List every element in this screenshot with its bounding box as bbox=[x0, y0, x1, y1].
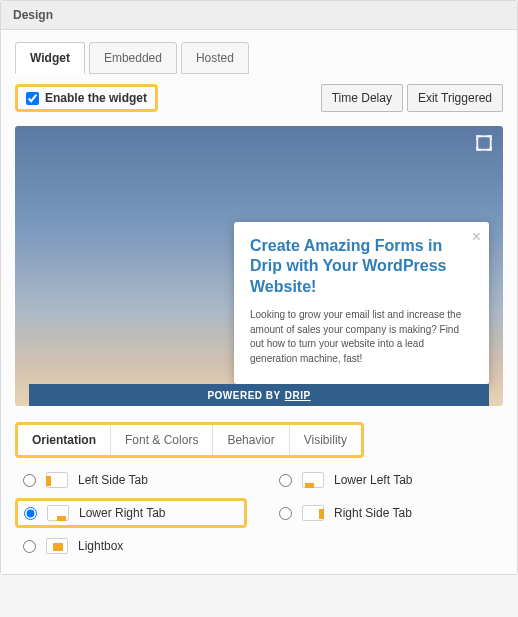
form-popup: × Create Amazing Forms in Drip with Your… bbox=[234, 222, 489, 384]
powered-by-prefix: POWERED BY bbox=[207, 390, 280, 401]
lightbox-icon bbox=[46, 538, 68, 554]
enable-widget-checkbox-wrap[interactable]: Enable the widget bbox=[15, 84, 158, 112]
close-icon[interactable]: × bbox=[472, 228, 481, 246]
powered-by-brand[interactable]: DRIP bbox=[285, 390, 311, 401]
right-side-icon bbox=[302, 505, 324, 521]
form-description: Looking to grow your email list and incr… bbox=[250, 308, 473, 366]
enable-widget-checkbox[interactable] bbox=[26, 92, 39, 105]
design-panel: Design Widget Embedded Hosted Enable the… bbox=[0, 0, 518, 575]
powered-by-bar: POWERED BY DRIP bbox=[29, 384, 489, 406]
trigger-buttons: Time Delay Exit Triggered bbox=[321, 84, 503, 112]
left-side-icon bbox=[46, 472, 68, 488]
enable-widget-label: Enable the widget bbox=[45, 91, 147, 105]
settings-subtabs: Orientation Font & Colors Behavior Visib… bbox=[15, 422, 364, 458]
option-left-side[interactable]: Left Side Tab bbox=[21, 468, 247, 492]
widget-preview: × Create Amazing Forms in Drip with Your… bbox=[15, 126, 503, 406]
form-title: Create Amazing Forms in Drip with Your W… bbox=[250, 236, 473, 298]
option-lower-right[interactable]: Lower Right Tab bbox=[15, 498, 247, 528]
panel-body: Widget Embedded Hosted Enable the widget… bbox=[1, 30, 517, 574]
orientation-options: Left Side Tab Lower Left Tab Lower Right… bbox=[15, 468, 503, 558]
option-label: Right Side Tab bbox=[334, 506, 412, 520]
svg-rect-0 bbox=[477, 136, 491, 150]
option-lower-left[interactable]: Lower Left Tab bbox=[277, 468, 503, 492]
subtab-font-colors[interactable]: Font & Colors bbox=[111, 425, 213, 455]
option-label: Lower Left Tab bbox=[334, 473, 413, 487]
radio-left-side[interactable] bbox=[23, 474, 36, 487]
subtab-behavior[interactable]: Behavior bbox=[213, 425, 289, 455]
radio-lower-left[interactable] bbox=[279, 474, 292, 487]
radio-lightbox[interactable] bbox=[23, 540, 36, 553]
subtab-orientation[interactable]: Orientation bbox=[18, 425, 111, 455]
lower-left-icon bbox=[302, 472, 324, 488]
radio-right-side[interactable] bbox=[279, 507, 292, 520]
option-label: Lower Right Tab bbox=[79, 506, 166, 520]
radio-lower-right[interactable] bbox=[24, 507, 37, 520]
time-delay-button[interactable]: Time Delay bbox=[321, 84, 403, 112]
option-right-side[interactable]: Right Side Tab bbox=[277, 498, 503, 528]
tab-widget[interactable]: Widget bbox=[15, 42, 85, 74]
tab-embedded[interactable]: Embedded bbox=[89, 42, 177, 74]
option-label: Left Side Tab bbox=[78, 473, 148, 487]
subtab-visibility[interactable]: Visibility bbox=[290, 425, 361, 455]
option-label: Lightbox bbox=[78, 539, 123, 553]
fullscreen-icon[interactable] bbox=[475, 134, 493, 155]
enable-row: Enable the widget Time Delay Exit Trigge… bbox=[15, 84, 503, 112]
widget-type-tabs: Widget Embedded Hosted bbox=[15, 42, 503, 74]
option-lightbox[interactable]: Lightbox bbox=[21, 534, 247, 558]
panel-title: Design bbox=[1, 1, 517, 30]
lower-right-icon bbox=[47, 505, 69, 521]
exit-triggered-button[interactable]: Exit Triggered bbox=[407, 84, 503, 112]
tab-hosted[interactable]: Hosted bbox=[181, 42, 249, 74]
